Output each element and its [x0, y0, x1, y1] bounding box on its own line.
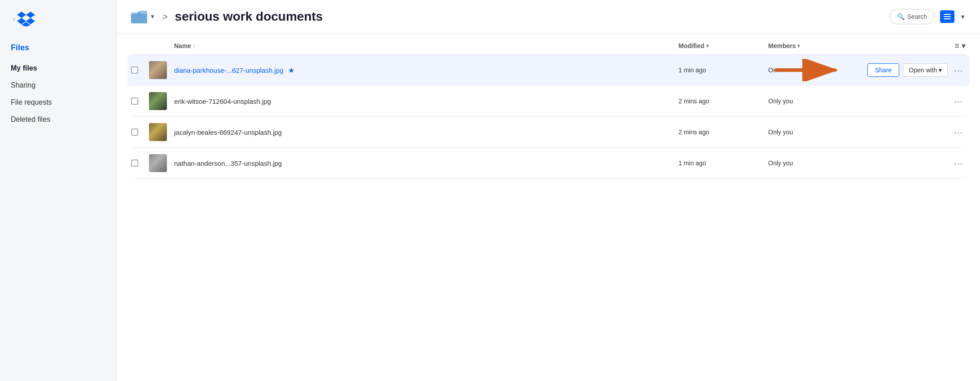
row-3-members: Only you — [768, 128, 867, 136]
name-sort-icon: ↑ — [193, 43, 196, 49]
row-2-modified: 2 mins ago — [678, 97, 768, 105]
row-4-members: Only you — [768, 159, 867, 167]
checkbox-input[interactable] — [131, 66, 138, 74]
file-thumbnail — [149, 61, 167, 79]
checkbox-input[interactable] — [131, 159, 138, 167]
search-label: Search — [907, 13, 927, 20]
main-content: ▼ > serious work documents 🔍 Search ▼ — [117, 0, 980, 381]
star-icon[interactable]: ★ — [288, 66, 294, 75]
row-1-members: On — [768, 66, 867, 74]
row-4-checkbox[interactable] — [131, 159, 149, 167]
file-name-text: jacalyn-beales-669247-unsplash.jpg — [174, 128, 282, 136]
folder-icon — [131, 10, 147, 23]
members-on-text: On — [768, 66, 777, 74]
row-3-checkbox[interactable] — [131, 128, 149, 136]
header-actions-col: ≡ ▾ — [867, 41, 966, 51]
row-1-checkbox[interactable] — [131, 66, 149, 74]
table-row[interactable]: jacalyn-beales-669247-unsplash.jpg 2 min… — [131, 117, 966, 148]
header-members-col: Members ▾ — [768, 42, 867, 49]
file-thumbnail — [149, 92, 167, 110]
open-with-chevron-icon: ▾ — [939, 66, 942, 74]
file-thumbnail — [149, 154, 167, 172]
share-button[interactable]: Share — [867, 63, 899, 77]
row-1-actions: Share Open with ▾ ··· — [867, 63, 966, 77]
table-view-options-icon[interactable]: ≡ ▾ — [954, 41, 966, 50]
sidebar-navigation: My files Sharing File requests Deleted f… — [0, 60, 116, 128]
table-header: Name ↑ Modified ▾ Members ▾ ≡ ▾ — [131, 34, 966, 55]
more-options-button[interactable]: ··· — [951, 125, 966, 139]
open-with-button[interactable]: Open with ▾ — [903, 63, 948, 77]
sidebar-item-sharing[interactable]: Sharing — [0, 77, 116, 94]
collapse-sidebar-button[interactable]: ‹ — [11, 13, 17, 26]
file-name-link[interactable]: diana-parkhouse-...627-unsplash.jpg — [174, 66, 284, 74]
list-view-icon — [941, 11, 954, 22]
checkbox-input[interactable] — [131, 128, 138, 136]
files-section-label: Files — [0, 38, 116, 60]
row-1-thumbnail — [149, 61, 174, 79]
table-row[interactable]: erik-witsoe-712604-unsplash.jpg 2 mins a… — [131, 86, 966, 117]
header-actions: 🔍 Search ▼ — [889, 9, 966, 24]
file-thumbnail — [149, 123, 167, 141]
table-row[interactable]: nathan-anderson...357-unsplash.jpg 1 min… — [131, 148, 966, 179]
header-modified-col: Modified ▾ — [678, 42, 768, 49]
breadcrumb-separator: > — [162, 12, 168, 22]
row-2-name: erik-witsoe-712604-unsplash.jpg — [174, 97, 678, 105]
row-4-modified: 1 min ago — [678, 159, 768, 167]
row-2-members: Only you — [768, 97, 867, 105]
file-name-text: erik-witsoe-712604-unsplash.jpg — [174, 97, 271, 105]
members-sort-icon: ▾ — [797, 43, 800, 49]
page-title: serious work documents — [175, 9, 884, 24]
row-1-name: diana-parkhouse-...627-unsplash.jpg ★ — [174, 66, 678, 75]
row-1-modified: 1 min ago — [678, 66, 768, 74]
more-options-button[interactable]: ··· — [951, 63, 966, 77]
folder-dropdown-icon: ▼ — [150, 13, 155, 20]
search-button[interactable]: 🔍 Search — [889, 9, 935, 24]
row-3-modified: 2 mins ago — [678, 128, 768, 136]
modified-column-header[interactable]: Modified ▾ — [678, 42, 768, 49]
modified-sort-icon: ▾ — [706, 43, 709, 49]
sidebar-logo-area: ‹ — [0, 11, 116, 38]
sidebar-item-file-requests[interactable]: File requests — [0, 94, 116, 111]
name-column-header[interactable]: Name ↑ — [174, 42, 678, 49]
more-options-button[interactable]: ··· — [951, 156, 966, 170]
row-3-thumbnail — [149, 123, 174, 141]
row-4-thumbnail — [149, 154, 174, 172]
row-3-actions: ··· — [867, 125, 966, 139]
view-options-chevron[interactable]: ▼ — [960, 13, 966, 20]
dropbox-logo-icon — [17, 11, 35, 27]
folder-breadcrumb-button[interactable]: ▼ — [131, 10, 155, 23]
row-2-thumbnail — [149, 92, 174, 110]
search-icon: 🔍 — [897, 13, 905, 20]
checkbox-input[interactable] — [131, 97, 138, 105]
row-4-actions: ··· — [867, 156, 966, 170]
row-3-name: jacalyn-beales-669247-unsplash.jpg — [174, 128, 678, 136]
file-list-area: Name ↑ Modified ▾ Members ▾ ≡ ▾ — [117, 34, 980, 381]
view-toggle-button[interactable] — [940, 10, 954, 23]
page-header: ▼ > serious work documents 🔍 Search ▼ — [117, 0, 980, 34]
header-name-col: Name ↑ — [174, 42, 678, 49]
file-name-text: nathan-anderson...357-unsplash.jpg — [174, 159, 282, 167]
table-row[interactable]: diana-parkhouse-...627-unsplash.jpg ★ 1 … — [127, 55, 969, 86]
more-options-button[interactable]: ··· — [951, 94, 966, 108]
sidebar-item-my-files[interactable]: My files — [0, 60, 116, 77]
row-2-actions: ··· — [867, 94, 966, 108]
sidebar-item-deleted-files[interactable]: Deleted files — [0, 111, 116, 128]
members-column-header[interactable]: Members ▾ — [768, 42, 867, 49]
row-4-name: nathan-anderson...357-unsplash.jpg — [174, 159, 678, 167]
sidebar: ‹ Files My files Sharing File requests D… — [0, 0, 117, 381]
row-2-checkbox[interactable] — [131, 97, 149, 105]
